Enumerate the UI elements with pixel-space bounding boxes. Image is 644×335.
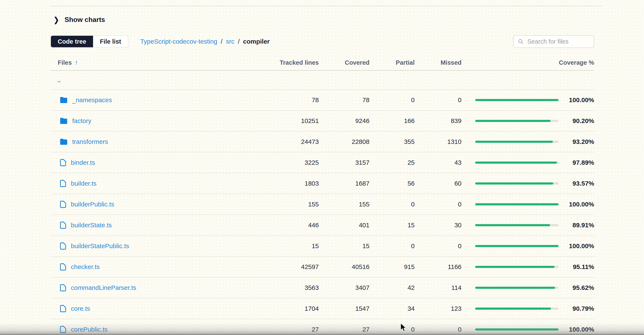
tracked-lines-value: 10251	[255, 117, 319, 124]
table-row: commandLineParser.ts 3563 3407 42 114 95…	[50, 278, 594, 298]
covered-value: 1687	[319, 180, 370, 187]
covered-value: 22808	[319, 138, 370, 145]
coverage-bar	[462, 120, 558, 122]
chevron-right-icon: ❯	[54, 15, 59, 24]
folder-icon	[60, 138, 68, 145]
coverage-percent: 100.00%	[558, 242, 594, 250]
file-icon	[60, 326, 66, 333]
coverage-percent: 89.91%	[558, 222, 594, 229]
coverage-bar	[462, 162, 558, 164]
covered-value: 1547	[319, 305, 370, 312]
partial-value: 166	[370, 117, 415, 124]
tracked-lines-value: 27	[255, 326, 319, 333]
column-header-files[interactable]: Files ↑	[50, 59, 255, 66]
column-header-missed[interactable]: Missed	[415, 59, 462, 66]
file-link[interactable]: binder.ts	[71, 159, 95, 166]
missed-value: 114	[415, 284, 462, 291]
partial-value: 25	[370, 159, 415, 166]
file-link[interactable]: corePublic.ts	[71, 326, 108, 333]
file-link[interactable]: builderPublic.ts	[71, 201, 114, 208]
missed-value: 839	[415, 117, 462, 124]
partial-value: 0	[370, 326, 415, 333]
file-link[interactable]: transformers	[72, 138, 108, 145]
table-row: builderPublic.ts 155 155 0 0 100.00%	[50, 194, 594, 215]
file-link[interactable]: builderStatePublic.ts	[71, 242, 129, 250]
partial-value: 15	[370, 222, 415, 229]
tracked-lines-value: 24473	[255, 138, 319, 145]
table-row: checker.ts 42597 40516 915 1166 95.11%	[50, 257, 594, 278]
partial-value: 0	[370, 201, 415, 208]
missed-value: 0	[415, 96, 462, 104]
column-header-coverage[interactable]: Coverage %	[558, 59, 594, 66]
arrow-up-icon: ↑	[75, 59, 78, 66]
coverage-bar	[462, 182, 558, 185]
table-row: corePublic.ts 27 27 0 0 100.00%	[50, 319, 594, 335]
coverage-percent: 100.00%	[558, 96, 594, 104]
partial-value: 56	[370, 180, 415, 187]
tracked-lines-value: 3563	[255, 284, 319, 291]
covered-value: 155	[319, 201, 370, 208]
tracked-lines-value: 3225	[255, 159, 319, 166]
covered-value: 9246	[319, 117, 370, 124]
coverage-percent: 100.00%	[558, 326, 594, 333]
missed-value: 1310	[415, 138, 462, 145]
file-icon	[60, 159, 66, 166]
coverage-bar	[462, 141, 558, 143]
covered-value: 15	[319, 242, 370, 250]
column-header-partial[interactable]: Partial	[370, 59, 415, 66]
table-row: _namespaces 78 78 0 0 100.00%	[50, 90, 594, 111]
file-link[interactable]: builder.ts	[71, 180, 96, 187]
breadcrumb-current: compiler	[243, 38, 270, 45]
file-icon	[60, 221, 66, 229]
file-list-button[interactable]: File list	[93, 36, 128, 47]
coverage-percent: 95.11%	[558, 263, 594, 271]
table-row: core.ts 1704 1547 34 123 90.79%	[50, 298, 594, 319]
table-row: builderState.ts 446 401 15 30 89.91%	[50, 215, 594, 236]
file-link[interactable]: checker.ts	[71, 263, 100, 271]
covered-value: 401	[319, 222, 370, 229]
tracked-lines-value: 446	[255, 222, 319, 229]
file-link[interactable]: commandLineParser.ts	[71, 284, 136, 291]
file-link[interactable]: factory	[72, 117, 91, 124]
tracked-lines-value: 78	[255, 96, 319, 104]
parent-directory-row: ..	[50, 71, 594, 90]
coverage-bar	[462, 224, 558, 226]
file-icon	[60, 242, 66, 250]
coverage-percent: 97.89%	[558, 159, 594, 166]
covered-value: 3407	[319, 284, 370, 291]
table-row: binder.ts 3225 3157 25 43 97.89%	[50, 152, 594, 173]
coverage-bar	[462, 266, 558, 268]
missed-value: 0	[415, 242, 462, 250]
missed-value: 123	[415, 305, 462, 312]
coverage-bar	[462, 308, 558, 310]
show-charts-toggle[interactable]: ❯ Show charts	[54, 14, 105, 25]
breadcrumb-repo-link[interactable]: TypeScript-codecov-testing	[140, 38, 218, 45]
column-header-covered[interactable]: Covered	[319, 59, 370, 66]
file-link[interactable]: builderState.ts	[71, 222, 112, 229]
search-input[interactable]	[527, 38, 590, 45]
file-icon	[60, 305, 66, 313]
coverage-bar	[462, 203, 558, 205]
partial-value: 355	[370, 138, 415, 145]
column-header-tracked-lines[interactable]: Tracked lines	[255, 59, 319, 66]
missed-value: 30	[415, 222, 462, 229]
file-link[interactable]: _namespaces	[72, 96, 112, 104]
covered-value: 40516	[319, 263, 370, 271]
search-box	[513, 35, 594, 48]
coverage-bar	[462, 245, 558, 247]
table-row: transformers 24473 22808 355 1310 93.20%	[50, 132, 594, 152]
file-link[interactable]: core.ts	[71, 305, 90, 312]
file-icon	[60, 284, 66, 292]
parent-directory-link[interactable]: ..	[57, 76, 61, 84]
breadcrumb-src-link[interactable]: src	[226, 38, 234, 45]
search-icon	[518, 38, 524, 45]
tracked-lines-value: 1803	[255, 180, 319, 187]
files-table: Files ↑ Tracked lines Covered Partial Mi…	[50, 55, 594, 335]
coverage-bar	[462, 287, 558, 289]
coverage-percent: 90.20%	[558, 117, 594, 124]
covered-value: 78	[319, 96, 370, 104]
code-tree-button[interactable]: Code tree	[51, 36, 93, 47]
partial-value: 42	[370, 284, 415, 291]
show-charts-label: Show charts	[64, 16, 105, 24]
table-row: builderStatePublic.ts 15 15 0 0 100.00%	[50, 236, 594, 257]
